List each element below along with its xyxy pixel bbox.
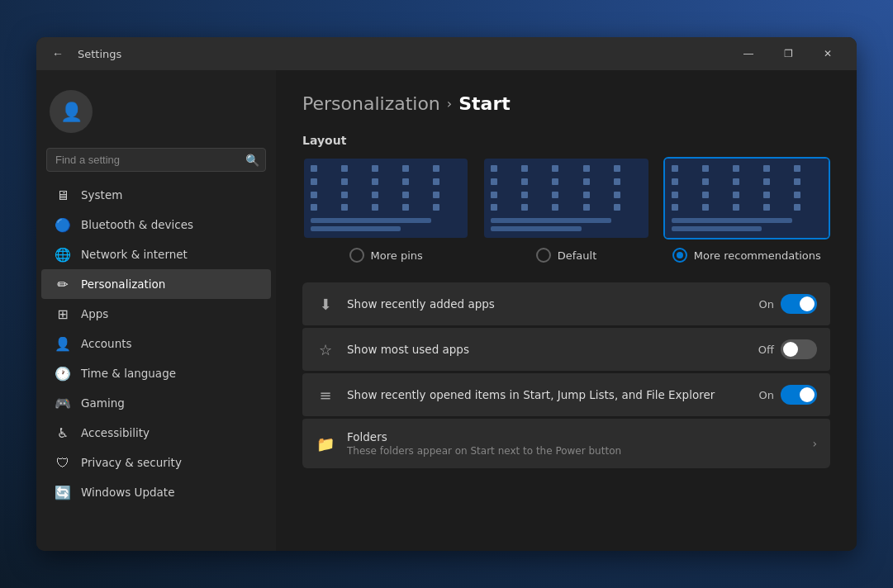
- row-control-recently-opened: On: [759, 385, 817, 405]
- layout-option-default[interactable]: Default: [536, 248, 597, 263]
- row-icon-most-used: ☆: [316, 339, 335, 359]
- nav-label-network: Network & internet: [81, 248, 188, 261]
- row-icon-recently-added: ⬇: [316, 294, 335, 314]
- toggle-knob-recently-opened: [800, 387, 815, 402]
- nav-icon-apps: ⊞: [55, 306, 71, 322]
- search-input[interactable]: [46, 148, 266, 172]
- row-icon-folders: 📁: [316, 434, 335, 453]
- row-icon-recently-opened: ≡: [316, 385, 335, 405]
- titlebar-left: ← Settings: [46, 42, 121, 65]
- sidebar-item-accounts[interactable]: 👤 Accounts: [41, 329, 271, 358]
- breadcrumb-current: Start: [458, 93, 511, 114]
- row-title-recently-added: Show recently added apps: [347, 297, 748, 311]
- minimize-button[interactable]: —: [729, 40, 767, 67]
- row-control-most-used: Off: [758, 339, 817, 359]
- sidebar-item-privacy[interactable]: 🛡 Privacy & security: [41, 448, 271, 477]
- toggle-knob-recently-added: [800, 296, 815, 311]
- row-title-most-used: Show most used apps: [347, 343, 747, 356]
- settings-list: ⬇Show recently added appsOn☆Show most us…: [302, 282, 830, 470]
- row-title-recently-opened: Show recently opened items in Start, Jum…: [347, 388, 748, 401]
- sidebar-item-bluetooth[interactable]: 🔵 Bluetooth & devices: [41, 210, 271, 239]
- toggle-recently-added[interactable]: [781, 294, 817, 314]
- layout-section-label: Layout: [302, 134, 830, 147]
- row-subtitle-folders: These folders appear on Start next to th…: [347, 445, 800, 457]
- toggle-recently-opened[interactable]: [781, 385, 817, 405]
- row-text-recently-opened: Show recently opened items in Start, Jum…: [347, 388, 748, 401]
- nav-label-personalization: Personalization: [81, 277, 165, 291]
- row-title-folders: Folders: [347, 430, 800, 443]
- row-control-recently-added: On: [759, 294, 817, 314]
- back-button[interactable]: ←: [46, 42, 69, 65]
- sidebar-item-system[interactable]: 🖥 System: [41, 180, 271, 210]
- window-controls: — ❐ ✕: [729, 40, 847, 67]
- nav-icon-accessibility: ♿: [55, 424, 71, 441]
- layout-card-more-recommendations[interactable]: More recommendations: [663, 157, 830, 263]
- nav-icon-system: 🖥: [55, 187, 71, 203]
- nav-icon-bluetooth: 🔵: [55, 216, 71, 233]
- sidebar-item-accessibility[interactable]: ♿ Accessibility: [41, 418, 271, 448]
- nav-icon-windows-update: 🔄: [55, 484, 71, 500]
- nav-icon-accounts: 👤: [55, 335, 71, 352]
- settings-row-recently-added[interactable]: ⬇Show recently added appsOn: [302, 282, 830, 325]
- row-text-recently-added: Show recently added apps: [347, 297, 748, 311]
- settings-window: ← Settings — ❐ ✕ 👤 🔍 🖥 System 🔵: [36, 37, 857, 551]
- layout-label-default: Default: [558, 249, 597, 262]
- nav-label-bluetooth: Bluetooth & devices: [81, 218, 193, 231]
- avatar-area: 👤: [36, 83, 276, 146]
- layout-image-more-pins: [302, 157, 469, 239]
- toggle-knob-most-used: [783, 342, 798, 357]
- nav-label-windows-update: Windows Update: [81, 486, 174, 499]
- radio-more-recommendations[interactable]: [672, 248, 687, 263]
- settings-row-recently-opened[interactable]: ≡Show recently opened items in Start, Ju…: [302, 373, 830, 416]
- nav-label-apps: Apps: [81, 307, 108, 320]
- nav-label-privacy: Privacy & security: [81, 456, 182, 469]
- main-content: Personalization › Start Layout More pins…: [276, 70, 857, 551]
- sidebar-item-time[interactable]: 🕐 Time & language: [41, 358, 271, 388]
- settings-row-folders[interactable]: 📁FoldersThese folders appear on Start ne…: [302, 419, 830, 468]
- layout-image-default: [482, 157, 649, 239]
- layout-card-more-pins[interactable]: More pins: [302, 157, 469, 263]
- nav-container: 🖥 System 🔵 Bluetooth & devices 🌐 Network…: [36, 180, 276, 507]
- sidebar-item-network[interactable]: 🌐 Network & internet: [41, 239, 271, 269]
- breadcrumb-parent: Personalization: [302, 93, 440, 114]
- sidebar-item-gaming[interactable]: 🎮 Gaming: [41, 388, 271, 418]
- search-box: 🔍: [46, 148, 266, 172]
- layout-options-row: More pinsDefaultMore recommendations: [302, 157, 830, 263]
- settings-row-most-used[interactable]: ☆Show most used appsOff: [302, 328, 830, 371]
- nav-label-system: System: [81, 188, 122, 202]
- sidebar-item-apps[interactable]: ⊞ Apps: [41, 299, 271, 329]
- search-icon: 🔍: [245, 154, 259, 167]
- chevron-folders: ›: [812, 437, 817, 450]
- close-button[interactable]: ✕: [809, 40, 847, 67]
- titlebar-title: Settings: [78, 48, 121, 60]
- titlebar: ← Settings — ❐ ✕: [36, 37, 857, 70]
- nav-label-accessibility: Accessibility: [81, 426, 150, 439]
- layout-option-more-recommendations[interactable]: More recommendations: [672, 248, 821, 263]
- nav-icon-privacy: 🛡: [55, 454, 71, 471]
- maximize-button[interactable]: ❐: [769, 40, 807, 67]
- toggle-status-recently-opened: On: [759, 389, 774, 401]
- sidebar: 👤 🔍 🖥 System 🔵 Bluetooth & devices 🌐 Net…: [36, 70, 276, 551]
- nav-icon-time: 🕐: [55, 365, 71, 382]
- layout-label-more-pins: More pins: [371, 249, 423, 262]
- breadcrumb: Personalization › Start: [302, 93, 830, 114]
- sidebar-item-personalization[interactable]: ✏ Personalization: [41, 269, 271, 299]
- toggle-status-most-used: Off: [758, 344, 774, 356]
- layout-label-more-recommendations: More recommendations: [694, 249, 821, 262]
- breadcrumb-sep: ›: [447, 96, 452, 111]
- content-area: 👤 🔍 🖥 System 🔵 Bluetooth & devices 🌐 Net…: [36, 70, 857, 551]
- layout-option-more-pins[interactable]: More pins: [349, 248, 423, 263]
- nav-label-accounts: Accounts: [81, 337, 132, 350]
- nav-icon-personalization: ✏: [55, 276, 71, 292]
- toggle-status-recently-added: On: [759, 298, 774, 311]
- layout-image-more-recommendations: [663, 157, 830, 239]
- layout-card-default[interactable]: Default: [482, 157, 649, 263]
- row-control-folders: ›: [812, 437, 817, 450]
- radio-default[interactable]: [536, 248, 551, 263]
- toggle-most-used[interactable]: [781, 339, 817, 359]
- avatar-icon: 👤: [60, 102, 83, 122]
- nav-label-time: Time & language: [81, 367, 176, 380]
- nav-icon-gaming: 🎮: [55, 395, 71, 411]
- sidebar-item-windows-update[interactable]: 🔄 Windows Update: [41, 477, 271, 507]
- radio-more-pins[interactable]: [349, 248, 364, 263]
